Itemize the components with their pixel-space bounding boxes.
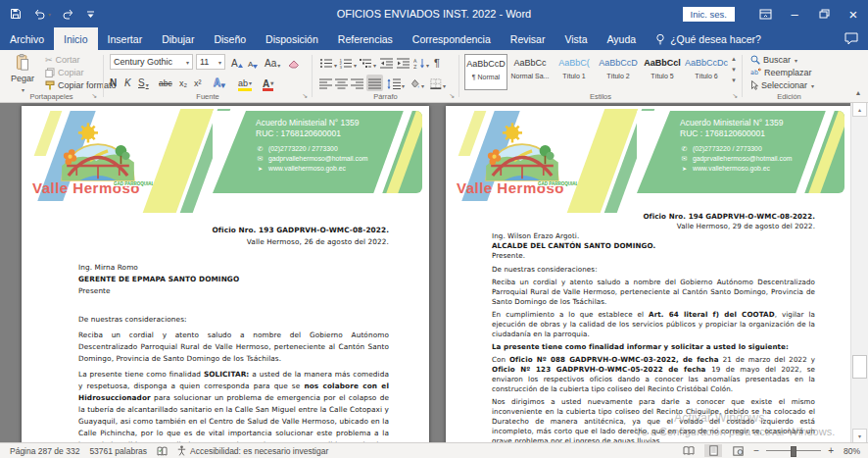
borders-button[interactable] xyxy=(430,76,446,89)
tab-insertar[interactable]: Insertar xyxy=(98,27,153,50)
bullets-button[interactable] xyxy=(319,56,337,69)
find-button[interactable]: Buscar xyxy=(750,55,797,65)
web-layout-icon[interactable] xyxy=(729,444,747,457)
tab-archivo[interactable]: Archivo xyxy=(0,27,54,50)
font-color-button[interactable]: A xyxy=(263,76,273,91)
font-size-combo[interactable]: 11 xyxy=(196,54,225,70)
minimize-button[interactable] xyxy=(780,0,809,27)
paragraph-dialog-launcher[interactable] xyxy=(449,92,455,100)
style-normal[interactable]: AaBbCcD ¶ Normal xyxy=(464,54,507,90)
spellcheck-icon[interactable] xyxy=(157,446,168,456)
replace-button[interactable]: ab Reemplazar xyxy=(750,68,812,77)
scrollbar-thumb[interactable] xyxy=(852,355,867,379)
line-spacing-button[interactable] xyxy=(387,76,405,89)
shrink-font-button[interactable]: A xyxy=(248,56,258,69)
tab-revisar[interactable]: Revisar xyxy=(501,27,555,50)
strikethrough-button[interactable]: abc xyxy=(159,76,172,88)
document-page-2[interactable]: Valle Hermoso GAD PARROQUIAL Acuerdo Min… xyxy=(446,106,851,443)
read-mode-icon[interactable] xyxy=(680,444,698,457)
tab-ayuda[interactable]: Ayuda xyxy=(598,27,647,50)
font-dialog-launcher[interactable] xyxy=(302,92,308,100)
ruc-number: RUC : 1768120600001 xyxy=(256,128,367,139)
styles-scroll-up[interactable]: ▲ xyxy=(731,56,737,62)
decrease-indent-button[interactable] xyxy=(380,56,393,69)
zoom-out-button[interactable] xyxy=(753,445,759,456)
subscript-button[interactable]: x₂ xyxy=(179,76,187,88)
styles-dialog-launcher[interactable] xyxy=(732,92,738,100)
tab-referencias[interactable]: Referencias xyxy=(328,27,403,50)
font-family-combo[interactable]: Century Gothic xyxy=(110,54,193,70)
quick-access-toolbar xyxy=(10,0,95,27)
numbering-button[interactable]: 123 xyxy=(339,56,357,69)
paragraph: La presente tiene como finalidad SOLICIT… xyxy=(78,369,389,443)
style-normal-sa[interactable]: AaBbCc Normal Sa... xyxy=(508,54,552,90)
change-case-button[interactable]: Aa xyxy=(265,56,280,69)
align-center-button[interactable] xyxy=(335,76,348,89)
tab-inicio[interactable]: Inicio xyxy=(54,27,98,50)
activate-windows-watermark-sub: Ve a Configuración para activar Windows. xyxy=(635,426,835,437)
print-layout-icon[interactable] xyxy=(704,444,722,457)
feedback-comment-icon[interactable] xyxy=(844,32,858,45)
zoom-in-button[interactable] xyxy=(828,445,834,456)
accessibility-status[interactable]: Accesibilidad: es necesario investigar xyxy=(177,445,328,456)
multilevel-list-button[interactable] xyxy=(359,56,376,69)
tab-diseno[interactable]: Diseño xyxy=(204,27,256,50)
increase-indent-button[interactable] xyxy=(397,56,410,69)
undo-icon[interactable] xyxy=(33,8,51,20)
restore-button[interactable] xyxy=(809,0,839,27)
align-right-button[interactable] xyxy=(351,76,363,89)
italic-button[interactable]: K xyxy=(124,76,131,88)
tab-correspondencia[interactable]: Correspondencia xyxy=(403,27,501,50)
save-icon[interactable] xyxy=(10,8,22,20)
paste-button[interactable]: Pegar xyxy=(8,54,37,93)
zoom-level[interactable]: 80% xyxy=(841,446,860,456)
justify-button[interactable] xyxy=(366,75,383,91)
group-editing: Buscar ab Reemplazar Seleccionar Edición xyxy=(743,50,836,102)
styles-gallery-more[interactable]: ▼ xyxy=(731,77,737,83)
styles-scroll-down[interactable]: ▼ xyxy=(731,67,737,73)
clear-formatting-button[interactable] xyxy=(288,56,300,69)
paragraph: En cumplimiento a lo que establece el Ar… xyxy=(492,310,815,339)
highlight-color-button[interactable]: ab xyxy=(238,76,252,91)
style-titulo-2[interactable]: AaBbCcD Título 2 xyxy=(597,54,640,90)
vertical-scrollbar[interactable] xyxy=(850,102,868,443)
sign-in-button[interactable]: Inic. ses. xyxy=(683,7,736,22)
tab-disposicion[interactable]: Disposición xyxy=(256,27,328,50)
grow-font-button[interactable]: A xyxy=(231,56,243,69)
oficio-date: Valle Hermoso, 26 de agosto del 2022. xyxy=(78,236,389,248)
show-marks-button[interactable] xyxy=(434,56,440,69)
bold-button[interactable]: N xyxy=(110,76,117,88)
scroll-up-icon[interactable] xyxy=(852,102,867,117)
shading-button[interactable] xyxy=(409,76,424,89)
sort-button[interactable]: AZ xyxy=(413,56,429,69)
close-button[interactable] xyxy=(839,0,868,27)
redo-icon[interactable] xyxy=(63,8,74,20)
style-titulo-5[interactable]: AaBbCcl Título 5 xyxy=(641,54,684,90)
lightbulb-icon xyxy=(655,33,665,45)
document-page-1[interactable]: Valle Hermoso GAD PARROQUIAL Acuerdo Min… xyxy=(22,106,429,443)
clipboard-dialog-launcher[interactable] xyxy=(91,92,97,100)
copy-button[interactable]: Copiar xyxy=(45,68,84,77)
zoom-slider-thumb[interactable] xyxy=(791,446,796,457)
tab-vista[interactable]: Vista xyxy=(555,27,597,50)
style-titulo-1[interactable]: AaBbC( Título 1 xyxy=(553,54,596,90)
cut-button[interactable]: Cortar xyxy=(45,55,80,65)
word-count[interactable]: 53761 palabras xyxy=(89,446,147,456)
style-titulo-6[interactable]: AaBbCcDc Título 6 xyxy=(685,54,728,90)
select-button[interactable]: Seleccionar xyxy=(750,80,814,90)
page-indicator[interactable]: Página 287 de 332 xyxy=(10,446,79,456)
text-effects-button[interactable]: A xyxy=(214,76,224,88)
tab-dibujar[interactable]: Dibujar xyxy=(152,27,204,50)
oficio-date: Valle Hermoso, 29 de agosto del 2022. xyxy=(492,222,815,231)
zoom-slider[interactable] xyxy=(766,444,821,457)
superscript-button[interactable]: x² xyxy=(194,76,202,88)
ribbon-display-options-icon[interactable] xyxy=(750,0,780,27)
tell-me-box[interactable]: ¿Qué desea hacer? xyxy=(646,27,771,50)
underline-button[interactable]: S xyxy=(138,76,149,88)
collapse-ribbon-icon[interactable] xyxy=(856,89,860,98)
ribbon-tabs: Archivo Inicio Insertar Dibujar Diseño D… xyxy=(0,27,868,50)
scroll-down-icon[interactable] xyxy=(852,429,867,443)
customize-qat-icon[interactable] xyxy=(86,10,95,19)
align-left-button[interactable] xyxy=(319,76,332,89)
phone-icon xyxy=(256,144,265,154)
